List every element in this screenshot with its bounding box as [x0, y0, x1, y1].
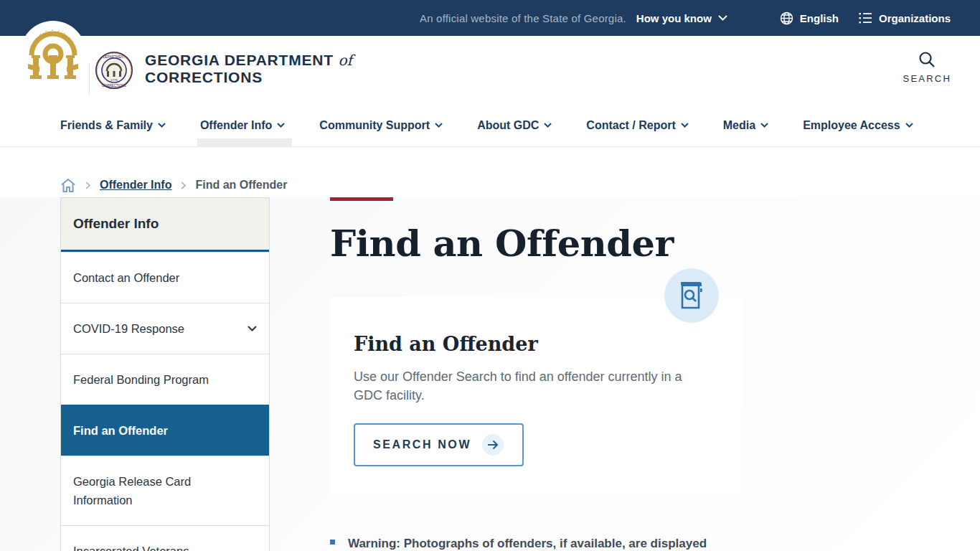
- chevron-down-icon: [277, 123, 285, 128]
- list-icon: [859, 12, 872, 24]
- site-header: 1776 DEPARTMENT CORRECTIONS GEORGIA DEPA…: [0, 36, 980, 104]
- content-area: Offender Info Contact an Offender COVID-…: [0, 197, 980, 551]
- heading-accent-rule: [330, 197, 393, 201]
- nav-item-contact-report[interactable]: Contact / Report: [585, 104, 689, 146]
- chevron-down-icon: [435, 123, 443, 128]
- agency-name-connector: of: [339, 52, 352, 69]
- page: An official website of the State of Geor…: [0, 0, 980, 551]
- georgia-arch-icon: [25, 25, 81, 83]
- page-title: Find an Offender: [330, 223, 743, 263]
- government-topbar: An official website of the State of Geor…: [0, 0, 980, 36]
- agency-name-line2: CORRECTIONS: [145, 69, 352, 86]
- sidebar-item-georgia-release-card[interactable]: Georgia Release Card Information: [61, 456, 269, 525]
- nav-item-offender-info[interactable]: Offender Info: [199, 104, 286, 146]
- globe-icon: [780, 11, 793, 25]
- organizations-label: Organizations: [879, 12, 951, 24]
- organizations-button[interactable]: Organizations: [859, 12, 951, 24]
- sidebar-title[interactable]: Offender Info: [61, 198, 269, 252]
- breadcrumb-link-offender-info[interactable]: Offender Info: [100, 179, 171, 192]
- search-icon: [918, 50, 936, 69]
- nav-item-media[interactable]: Media: [722, 104, 770, 146]
- offender-search-badge: [664, 268, 719, 323]
- breadcrumb: Offender Info Find an Offender: [0, 147, 980, 197]
- gdc-seal-icon: 1776 DEPARTMENT CORRECTIONS: [95, 52, 133, 92]
- chevron-down-icon: [544, 123, 552, 128]
- arrow-right-icon: [482, 434, 504, 456]
- language-button[interactable]: English: [780, 11, 839, 25]
- nav-item-about-gdc[interactable]: About GDC: [476, 104, 553, 146]
- language-label: English: [800, 12, 839, 24]
- svg-text:1776: 1776: [110, 78, 118, 82]
- nav-item-friends-family[interactable]: Friends & Family: [59, 104, 167, 146]
- search-now-button[interactable]: SEARCH NOW: [354, 423, 524, 466]
- chevron-down-icon: [681, 123, 689, 128]
- warning-list-item: Warning: Photographs of offenders, if av…: [330, 534, 743, 551]
- breadcrumb-current-page: Find an Offender: [195, 179, 287, 192]
- card-title: Find an Offender: [354, 333, 715, 355]
- chevron-down-icon: [158, 123, 166, 128]
- sidebar-item-covid-19-response[interactable]: COVID-19 Response: [61, 303, 269, 354]
- official-website-text: An official website of the State of Geor…: [420, 12, 626, 24]
- search-label: SEARCH: [903, 73, 951, 84]
- document-search-icon: [679, 280, 705, 311]
- svg-text:CORRECTIONS: CORRECTIONS: [102, 84, 126, 88]
- chevron-right-icon: [181, 182, 186, 189]
- chevron-down-icon: [718, 15, 727, 21]
- agency-name[interactable]: GEORGIA DEPARTMENT of CORRECTIONS: [145, 52, 352, 86]
- how-you-know-label: How you know: [636, 12, 712, 24]
- card-description: Use our Offender Search to find an offen…: [354, 367, 712, 405]
- home-icon[interactable]: [60, 178, 76, 193]
- how-you-know-button[interactable]: How you know: [636, 12, 727, 24]
- find-offender-card: Find an Offender Use our Offender Search…: [330, 297, 743, 495]
- sidebar-item-contact-an-offender[interactable]: Contact an Offender: [61, 252, 269, 303]
- chevron-down-icon: [760, 123, 768, 128]
- search-now-label: SEARCH NOW: [373, 438, 471, 451]
- sidebar-item-federal-bonding-program[interactable]: Federal Bonding Program: [61, 354, 269, 405]
- primary-navigation: Friends & Family Offender Info Community…: [0, 104, 980, 147]
- header-divider: [89, 63, 90, 95]
- chevron-down-icon: [248, 326, 257, 331]
- chevron-right-icon: [85, 182, 90, 189]
- chevron-down-icon: [905, 123, 913, 128]
- agency-name-line1: GEORGIA DEPARTMENT: [145, 52, 334, 68]
- section-sidebar: Offender Info Contact an Offender COVID-…: [60, 197, 270, 551]
- sidebar-item-find-an-offender[interactable]: Find an Offender: [61, 405, 269, 456]
- nav-item-employee-access[interactable]: Employee Access: [801, 104, 914, 146]
- main-content: Find an Offender: [330, 197, 743, 551]
- sidebar-item-incarcerated-veterans[interactable]: Incarcerated Veterans: [61, 525, 269, 551]
- warning-text: Warning: Photographs of offenders, if av…: [348, 534, 707, 551]
- square-bullet-icon: [330, 540, 335, 545]
- state-arch-logo[interactable]: [20, 21, 86, 87]
- official-statement: An official website of the State of Geor…: [420, 12, 727, 24]
- nav-item-community-support[interactable]: Community Support: [318, 104, 444, 146]
- svg-text:DEPARTMENT: DEPARTMENT: [103, 55, 125, 59]
- search-button[interactable]: SEARCH: [903, 50, 951, 84]
- topbar-utilities: English Organizations: [780, 11, 951, 25]
